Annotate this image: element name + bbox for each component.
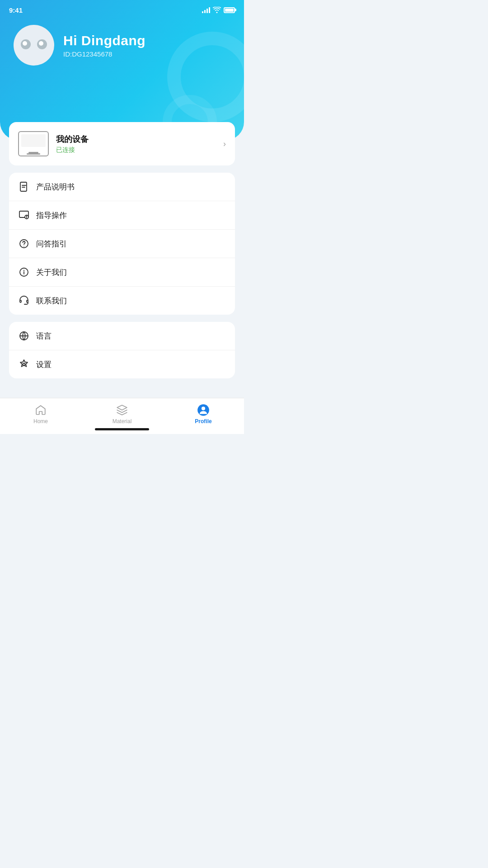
monitor-hint-icon [18, 209, 30, 221]
document-icon [18, 181, 30, 193]
avatar-eye-right [37, 39, 47, 49]
avatar-eye-left [21, 39, 31, 49]
battery-icon [224, 7, 235, 13]
svg-point-6 [26, 218, 27, 218]
menu-item-contact-us[interactable]: 联系我们 [9, 287, 235, 315]
menu-item-about-us[interactable]: 关于我们 [9, 258, 235, 287]
nav-item-home[interactable]: Home [0, 404, 81, 425]
main-content: 我的设备 已连接 › 产品说明书 [0, 122, 244, 398]
avatar [14, 25, 54, 66]
wifi-icon [213, 7, 221, 13]
device-info: 我的设备 已连接 [56, 134, 216, 154]
menu-label-product-manual: 产品说明书 [36, 182, 75, 192]
question-circle-icon [18, 238, 30, 250]
chevron-right-icon: › [223, 139, 226, 149]
menu-label-faq: 问答指引 [36, 239, 67, 249]
device-name: 我的设备 [56, 134, 216, 145]
svg-point-21 [202, 406, 205, 410]
home-indicator [95, 428, 149, 430]
menu-label-contact-us: 联系我们 [36, 296, 67, 306]
profile-icon [197, 404, 210, 416]
menu-group-1: 产品说明书 指导操作 问答指引 [9, 173, 235, 315]
nav-item-profile[interactable]: Profile [163, 404, 244, 425]
signal-icon [202, 7, 210, 13]
material-icon [116, 404, 128, 416]
header-background [0, 0, 244, 140]
svg-point-12 [23, 270, 24, 271]
svg-point-8 [23, 246, 24, 247]
menu-label-language: 语言 [36, 331, 52, 341]
svg-point-18 [23, 363, 25, 366]
header-content: Hi Dingdang ID:DG12345678 [14, 25, 145, 66]
menu-label-guide-ops: 指导操作 [36, 210, 67, 221]
language-icon [18, 330, 30, 342]
header-id: ID:DG12345678 [63, 50, 145, 58]
header-greeting: Hi Dingdang [63, 33, 145, 48]
status-time: 9:41 [9, 6, 23, 14]
header-info: Hi Dingdang ID:DG12345678 [63, 33, 145, 58]
menu-item-faq[interactable]: 问答指引 [9, 230, 235, 258]
svg-marker-19 [117, 405, 127, 410]
menu-item-language[interactable]: 语言 [9, 322, 235, 350]
status-icons [202, 7, 235, 13]
device-status: 已连接 [56, 146, 216, 154]
menu-label-settings: 设置 [36, 359, 52, 370]
device-card[interactable]: 我的设备 已连接 › [9, 122, 235, 165]
status-bar: 9:41 [0, 0, 244, 20]
svg-rect-13 [20, 300, 21, 302]
nav-item-material[interactable]: Material [81, 404, 163, 425]
headset-icon [18, 295, 30, 307]
svg-rect-0 [20, 182, 27, 191]
settings-icon [18, 359, 30, 370]
home-icon [34, 404, 47, 416]
nav-label-home: Home [33, 418, 48, 425]
menu-label-about-us: 关于我们 [36, 267, 67, 278]
menu-item-guide-ops[interactable]: 指导操作 [9, 201, 235, 230]
device-icon [18, 131, 49, 156]
nav-label-material: Material [113, 418, 132, 425]
menu-group-2: 语言 设置 [9, 322, 235, 378]
nav-label-profile: Profile [195, 418, 211, 425]
svg-point-15 [24, 304, 25, 305]
menu-item-settings[interactable]: 设置 [9, 350, 235, 378]
info-circle-icon [18, 266, 30, 278]
menu-item-product-manual[interactable]: 产品说明书 [9, 173, 235, 201]
